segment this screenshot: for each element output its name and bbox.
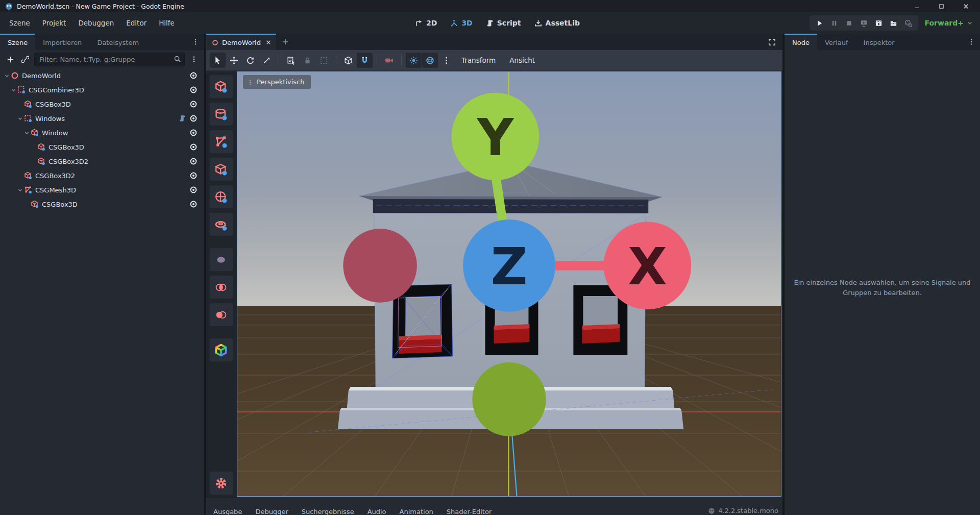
axis-gizmo[interactable]: Y X Z [237, 72, 781, 496]
renderer-selector[interactable]: Forward+ [924, 19, 973, 27]
csg-sphere-button[interactable] [210, 185, 233, 208]
play-current-scene-button[interactable] [872, 16, 886, 30]
extra-view-options-button[interactable] [438, 53, 454, 68]
window-minimize-button[interactable] [910, 1, 924, 11]
rotate-mode-button[interactable] [242, 53, 258, 68]
workspace-script[interactable]: Script [486, 19, 521, 27]
attached-script-button[interactable] [179, 115, 186, 122]
tree-row[interactable]: Windows [0, 111, 204, 126]
menu-editor[interactable]: Editor [120, 16, 153, 30]
visibility-toggle[interactable] [189, 143, 198, 151]
eye-icon [189, 71, 198, 80]
preview-sunlight-button[interactable] [406, 53, 422, 68]
scene-tab-demoworld[interactable]: DemoWorld [206, 34, 276, 50]
visibility-toggle[interactable] [189, 171, 198, 180]
right-dock-tabs-menu-button[interactable] [963, 34, 980, 50]
menu-debuggen[interactable]: Debuggen [72, 16, 120, 30]
bottom-panel-ausgabe[interactable]: Ausgabe [207, 508, 249, 515]
bottom-panel-animation[interactable]: Animation [393, 508, 440, 515]
gizmo-neg-x[interactable] [343, 229, 417, 303]
bottom-panel-audio[interactable]: Audio [361, 508, 393, 515]
scene-filter-input[interactable] [34, 53, 185, 66]
csg-settings-button[interactable] [210, 472, 233, 495]
viewport-menu-ansicht[interactable]: Ansicht [503, 53, 542, 68]
window-close-button[interactable] [959, 1, 973, 11]
bottom-panel-debugger[interactable]: Debugger [249, 508, 295, 515]
tree-expand-toggle[interactable] [3, 73, 10, 79]
play-remote-debug-button[interactable] [857, 16, 871, 30]
csg-box-button[interactable] [210, 75, 233, 98]
visibility-toggle[interactable] [189, 157, 198, 165]
window-maximize-button[interactable] [934, 1, 948, 11]
menu-projekt[interactable]: Projekt [36, 16, 72, 30]
tree-row[interactable]: CSGMesh3D [0, 183, 204, 197]
visibility-toggle[interactable] [189, 200, 198, 208]
pause-button[interactable] [827, 16, 841, 30]
add-node-button[interactable] [5, 54, 16, 65]
tree-row[interactable]: DemoWorld [0, 68, 204, 83]
tree-expand-toggle[interactable] [10, 87, 17, 93]
visibility-toggle[interactable] [189, 114, 198, 122]
visibility-toggle[interactable] [189, 186, 198, 194]
csg-operation-intersection-button[interactable] [210, 276, 233, 299]
movie-maker-mode-button[interactable] [901, 16, 915, 30]
workspace-assetlib[interactable]: AssetLib [534, 19, 580, 27]
tree-expand-toggle[interactable] [16, 187, 23, 193]
play-custom-scene-button[interactable] [887, 16, 900, 30]
workspace-2d[interactable]: 2D [415, 19, 437, 27]
tree-row[interactable]: CSGBox3D [0, 97, 204, 111]
right-dock-tab-verlauf[interactable]: Verlauf [817, 34, 856, 50]
move-mode-button[interactable] [226, 53, 242, 68]
tree-expand-toggle[interactable] [16, 116, 23, 121]
left-dock-tab-importieren[interactable]: Importieren [35, 34, 89, 50]
tree-row[interactable]: Window [0, 126, 204, 140]
tree-row[interactable]: CSGBox3D [0, 140, 204, 154]
left-dock-tabs-menu-button[interactable] [187, 34, 204, 50]
csg-mesh-button[interactable] [210, 130, 233, 153]
bottom-panel-shader-editor[interactable]: Shader-Editor [440, 508, 498, 515]
new-scene-tab-button[interactable] [276, 34, 295, 50]
left-dock-tab-szene[interactable]: Szene [0, 34, 35, 50]
menu-hilfe[interactable]: Hilfe [153, 16, 181, 30]
tree-expand-toggle[interactable] [23, 130, 30, 136]
scale-mode-button[interactable] [259, 53, 275, 68]
instance-scene-button[interactable] [19, 54, 31, 65]
workspace-3d[interactable]: 3D [450, 19, 472, 27]
csg-operation-subtraction-button[interactable] [210, 303, 233, 326]
play-button[interactable] [813, 16, 826, 30]
local-space-button[interactable] [340, 53, 356, 68]
stop-button[interactable] [842, 16, 856, 30]
visibility-toggle[interactable] [189, 71, 198, 80]
right-dock-tab-node[interactable]: Node [785, 34, 817, 50]
snap-mode-button[interactable] [357, 53, 373, 68]
visibility-toggle[interactable] [189, 129, 198, 137]
visibility-toggle[interactable] [189, 100, 198, 108]
csg-torus-button[interactable] [210, 213, 233, 236]
expand-viewport-button[interactable] [762, 34, 782, 50]
left-dock-tab-dateisystem[interactable]: Dateisystem [89, 34, 146, 50]
gridmap-button[interactable] [210, 338, 233, 361]
tree-row[interactable]: CSGBox3D2 [0, 154, 204, 168]
tree-row[interactable]: CSGBox3D2 [0, 168, 204, 183]
select-mode-button[interactable] [210, 53, 226, 68]
scene-tree-options-button[interactable] [188, 54, 200, 65]
bottom-panel-suchergebnisse[interactable]: Suchergebnisse [295, 508, 361, 515]
csg-cylinder-button[interactable] [210, 103, 233, 126]
tree-row[interactable]: CSGCombiner3D [0, 83, 204, 97]
list-select-mode-button[interactable] [283, 53, 299, 68]
3d-viewport[interactable]: Perspektivisch Y X Z [237, 71, 781, 497]
viewport-menu-transform[interactable]: Transform [455, 53, 502, 68]
lock-node-button[interactable] [300, 53, 315, 68]
csg-operation-union-button[interactable] [210, 248, 233, 271]
preview-environment-button[interactable] [422, 53, 438, 68]
node-type-icon [37, 143, 45, 151]
camera-preview-button[interactable] [381, 53, 397, 68]
csg-polygon-button[interactable] [210, 158, 233, 181]
menu-szene[interactable]: Szene [3, 16, 36, 30]
right-dock-tab-inspektor[interactable]: Inspektor [856, 34, 902, 50]
visibility-toggle[interactable] [189, 86, 198, 94]
close-scene-tab-button[interactable] [264, 39, 272, 45]
group-node-button[interactable] [316, 53, 332, 68]
tree-row[interactable]: CSGBox3D [0, 197, 204, 211]
gizmo-neg-y[interactable] [472, 362, 546, 436]
